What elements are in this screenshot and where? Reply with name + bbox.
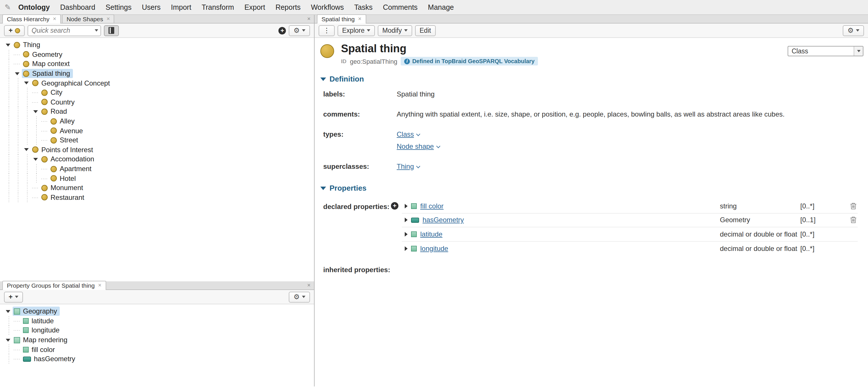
tree-item-avenue[interactable]: Avenue — [0, 126, 314, 136]
add-group-button[interactable]: + — [4, 291, 23, 302]
tab-spatial-thing[interactable]: Spatial thing × — [317, 14, 366, 23]
value-link-class[interactable]: Class — [397, 130, 414, 138]
property-link-longitude[interactable]: longitude — [420, 245, 720, 252]
menu-item-settings[interactable]: Settings — [100, 3, 136, 11]
tab-close-icon[interactable]: × — [53, 16, 56, 22]
tab-node-shapes[interactable]: Node Shapes× — [62, 14, 115, 23]
tree-node[interactable]: Hotel — [50, 174, 79, 183]
tab-close-icon[interactable]: × — [98, 282, 102, 288]
panel-close-icon[interactable]: × — [307, 16, 311, 22]
tab-close-icon[interactable]: × — [358, 16, 362, 22]
tab-class-hierarchy[interactable]: Class Hierarchy× — [2, 14, 61, 23]
search-input[interactable] — [28, 27, 92, 34]
menu-item-export[interactable]: Export — [239, 3, 270, 11]
menu-item-workflows[interactable]: Workflows — [306, 3, 349, 11]
tree-item-points-of-interest[interactable]: Points of Interest — [0, 145, 314, 154]
collapse-icon[interactable] — [320, 187, 326, 190]
tree-node[interactable]: Thing — [12, 40, 43, 50]
panel-settings-button[interactable]: ⚙ — [289, 291, 310, 302]
tree-item-thing[interactable]: Thing — [0, 40, 314, 50]
kebab-menu-button[interactable]: ⋮ — [319, 25, 335, 36]
tree-node[interactable]: Geometry — [22, 50, 65, 59]
tree-item-latitude[interactable]: latitude — [0, 316, 314, 326]
tree-item-longitude[interactable]: longitude — [0, 326, 314, 335]
property-link-latitude[interactable]: latitude — [420, 230, 720, 238]
menu-item-users[interactable]: Users — [136, 3, 166, 11]
collapse-icon[interactable] — [32, 107, 40, 116]
collapse-icon[interactable] — [14, 69, 22, 78]
chevron-down-icon[interactable] — [416, 164, 420, 168]
menu-item-import[interactable]: Import — [166, 3, 197, 11]
menu-item-tasks[interactable]: Tasks — [349, 3, 378, 11]
tree-node[interactable]: Geographical Concept — [31, 78, 113, 88]
tree-item-monument[interactable]: Monument — [0, 183, 314, 192]
collapse-icon[interactable] — [5, 307, 12, 316]
collapse-icon[interactable] — [320, 78, 326, 81]
panel-close-icon[interactable]: × — [307, 282, 311, 288]
tree-node[interactable]: Avenue — [50, 126, 86, 135]
panel-settings-button[interactable]: ⚙ — [289, 25, 310, 36]
tree-node[interactable]: Apartment — [50, 164, 94, 173]
modify-button[interactable]: Modify — [378, 25, 412, 36]
tree-item-geometry[interactable]: Geometry — [0, 50, 314, 59]
tab-property-groups[interactable]: Property Groups for Spatial thing × — [2, 281, 106, 289]
tree-node[interactable]: Points of Interest — [31, 145, 96, 154]
tree-item-spatial-thing[interactable]: Spatial thing — [0, 69, 314, 78]
expand-icon[interactable] — [405, 246, 408, 251]
tree-item-apartment[interactable]: Apartment — [0, 164, 314, 173]
tree-node[interactable]: hasGeometry — [22, 355, 78, 364]
menu-item-manage[interactable]: Manage — [423, 3, 459, 11]
tree-item-map-context[interactable]: Map context — [0, 59, 314, 69]
add-class-button[interactable]: + — [4, 25, 25, 36]
menu-item-transform[interactable]: Transform — [196, 3, 239, 11]
add-button[interactable]: + — [278, 27, 286, 34]
tree-node[interactable]: Restaurant — [40, 193, 87, 202]
tree-node[interactable]: Map rendering — [12, 335, 70, 345]
expand-icon[interactable] — [405, 204, 408, 208]
expand-icon[interactable] — [405, 218, 408, 222]
edit-button[interactable]: Edit — [415, 25, 436, 36]
tree-item-restaurant[interactable]: Restaurant — [0, 192, 314, 202]
tree-node[interactable]: Alley — [50, 117, 78, 126]
tree-item-map-rendering[interactable]: Map rendering — [0, 335, 314, 345]
panel-settings-button[interactable]: ⚙ — [843, 25, 864, 36]
add-property-button[interactable]: + — [391, 202, 398, 210]
tree-node[interactable]: Monument — [40, 183, 86, 192]
tree-item-alley[interactable]: Alley — [0, 117, 314, 126]
tree-item-road[interactable]: Road — [0, 107, 314, 116]
delete-icon[interactable] — [842, 217, 857, 224]
menu-item-dashboard[interactable]: Dashboard — [55, 3, 100, 11]
tree-item-city[interactable]: City — [0, 88, 314, 97]
tree-item-hotel[interactable]: Hotel — [0, 174, 314, 183]
menu-item-ontology[interactable]: Ontology — [13, 3, 55, 11]
tree-item-geographical-concept[interactable]: Geographical Concept — [0, 78, 314, 88]
tree-item-hasgeometry[interactable]: hasGeometry — [0, 354, 314, 364]
value-link-node-shape[interactable]: Node shape — [397, 142, 434, 150]
tree-node[interactable]: Map context — [22, 59, 73, 69]
chevron-down-icon[interactable] — [854, 47, 863, 56]
collapse-icon[interactable] — [5, 40, 12, 50]
tab-close-icon[interactable]: × — [106, 16, 110, 22]
collapse-icon[interactable] — [23, 145, 31, 154]
tree-item-fill-color[interactable]: fill color — [0, 345, 314, 354]
menu-item-reports[interactable]: Reports — [270, 3, 306, 11]
chevron-down-icon[interactable] — [92, 26, 100, 35]
delete-icon[interactable] — [842, 203, 857, 210]
tree-node[interactable]: longitude — [22, 326, 62, 335]
menu-item-comments[interactable]: Comments — [378, 3, 423, 11]
explore-button[interactable]: Explore — [338, 25, 375, 36]
tree-node[interactable]: Accomodation — [40, 155, 97, 164]
tree-node[interactable]: Spatial thing — [22, 69, 73, 78]
value-link-thing[interactable]: Thing — [397, 162, 414, 171]
property-link-fill-color[interactable]: fill color — [420, 202, 720, 210]
tree-item-geography[interactable]: Geography — [0, 307, 314, 316]
quick-search[interactable] — [28, 25, 101, 36]
tree-node[interactable]: City — [40, 88, 65, 97]
tree-node[interactable]: Geography — [12, 307, 60, 316]
form-selector[interactable]: Class — [787, 46, 863, 56]
tree-node[interactable]: Country — [40, 98, 78, 107]
tree-item-country[interactable]: Country — [0, 97, 314, 107]
collapse-icon[interactable] — [32, 154, 40, 164]
properties-section-header[interactable]: Properties — [320, 184, 862, 192]
tree-node[interactable]: latitude — [22, 316, 57, 326]
